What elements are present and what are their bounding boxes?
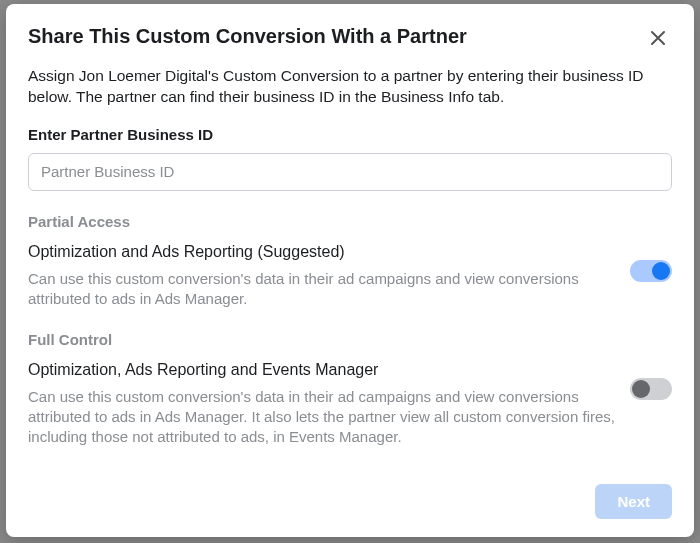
toggle-knob (652, 262, 670, 280)
business-id-input[interactable] (28, 153, 672, 191)
full-control-desc: Can use this custom conversion's data in… (28, 387, 616, 448)
partial-access-desc: Can use this custom conversion's data in… (28, 269, 616, 310)
share-conversion-modal: Share This Custom Conversion With a Part… (6, 4, 694, 537)
full-control-toggle[interactable] (630, 378, 672, 400)
partial-access-option: Optimization and Ads Reporting (Suggeste… (28, 242, 672, 309)
full-control-option: Optimization, Ads Reporting and Events M… (28, 360, 672, 448)
close-button[interactable] (644, 24, 672, 52)
modal-intro: Assign Jon Loemer Digital's Custom Conve… (28, 66, 672, 108)
partial-access-label: Partial Access (28, 213, 672, 230)
full-control-label: Full Control (28, 331, 672, 348)
partial-access-text: Optimization and Ads Reporting (Suggeste… (28, 242, 616, 309)
modal-header: Share This Custom Conversion With a Part… (28, 24, 672, 52)
toggle-knob (632, 380, 650, 398)
full-control-text: Optimization, Ads Reporting and Events M… (28, 360, 616, 448)
modal-title: Share This Custom Conversion With a Part… (28, 24, 467, 48)
close-icon (650, 30, 666, 46)
modal-footer: Next (28, 470, 672, 519)
partial-access-toggle[interactable] (630, 260, 672, 282)
full-control-title: Optimization, Ads Reporting and Events M… (28, 360, 616, 381)
next-button[interactable]: Next (595, 484, 672, 519)
partial-access-title: Optimization and Ads Reporting (Suggeste… (28, 242, 616, 263)
business-id-label: Enter Partner Business ID (28, 126, 672, 143)
